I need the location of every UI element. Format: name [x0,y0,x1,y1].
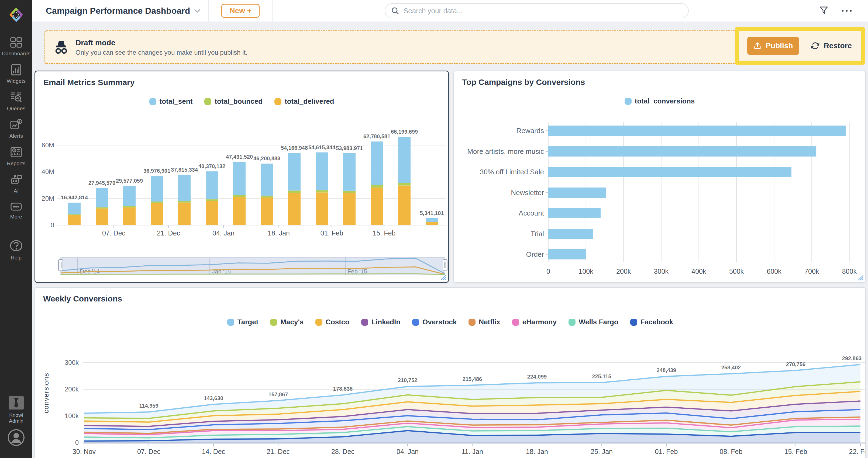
sidebar-item-label: Widgets [7,78,26,84]
email-legend: total_senttotal_bouncedtotal_delivered [35,97,448,106]
sidebar: Dashboards Widgets Queries Alerts [0,0,32,458]
svg-text:54,615,344: 54,615,344 [308,144,336,150]
legend-item-macy-s[interactable]: Macy's [270,318,304,326]
legend-label: Macy's [280,318,304,326]
legend-item-overstock[interactable]: Overstock [412,318,457,326]
weekly-legend: TargetMacy'sCostcoLinkedInOverstockNetfl… [35,318,865,326]
legend-color-chip [412,319,419,326]
sidebar-item-more[interactable]: More [0,201,32,220]
legend-color-chip [315,319,322,326]
filter-icon[interactable] [819,6,829,15]
svg-text:400k: 400k [691,267,706,275]
search-bar [385,3,689,18]
svg-text:46,200,883: 46,200,883 [253,156,280,161]
svg-text:143,630: 143,630 [204,395,223,401]
sidebar-item-widgets[interactable]: Widgets [0,64,32,84]
legend-item-linkedin[interactable]: LinkedIn [361,318,400,326]
svg-text:28. Dec: 28. Dec [331,448,354,455]
resize-handle[interactable] [439,273,446,281]
top-campaigns-chart: 0100k200k300k400k500k600k700k800kRewards… [454,114,865,282]
widget-email-metrics: Email Metrics Summary total_senttotal_bo… [34,71,449,283]
new-button[interactable]: New + [221,4,259,18]
svg-text:11. Jan: 11. Jan [462,448,483,455]
queries-icon [10,91,23,103]
svg-text:15. Feb: 15. Feb [373,229,396,237]
svg-text:60M: 60M [41,141,54,149]
sidebar-account[interactable]: Knowi Admin [5,396,28,424]
svg-text:30% off Limited Sale: 30% off Limited Sale [480,168,544,176]
svg-text:62,780,581: 62,780,581 [363,133,390,139]
legend-item-total-bounced[interactable]: total_bounced [204,97,262,106]
sidebar-item-label: AI [14,188,19,194]
more-options-icon[interactable] [841,9,852,12]
resize-handle[interactable] [857,274,864,281]
avatar[interactable] [7,429,25,447]
search-icon [391,7,399,15]
sidebar-item-dashboards[interactable]: Dashboards [0,37,32,57]
svg-text:20M: 20M [41,195,54,202]
legend-color-chip [274,98,281,105]
legend-item-target[interactable]: Target [227,318,258,326]
navigator-handle[interactable] [59,259,63,271]
sidebar-item-reports[interactable]: Reports [0,146,32,166]
svg-text:15. Feb: 15. Feb [784,448,807,455]
legend-item-costco[interactable]: Costco [315,318,349,326]
legend-item-facebook[interactable]: Facebook [630,318,673,326]
legend-color-chip [512,319,519,326]
sidebar-item-label: Dashboards [2,51,30,57]
svg-text:700k: 700k [804,267,819,275]
incognito-icon [53,39,69,56]
svg-text:0: 0 [75,439,79,446]
knowi-logo[interactable] [0,0,32,30]
navigator-handle[interactable] [443,259,447,271]
sidebar-item-alerts[interactable]: Alerts [0,119,32,139]
svg-text:66,199,699: 66,199,699 [391,129,418,135]
publish-button[interactable]: Publish [747,37,799,55]
legend-item-netflix[interactable]: Netflix [468,318,500,326]
svg-text:04. Jan: 04. Jan [397,448,418,455]
legend-color-chip [468,319,475,326]
ai-icon [10,173,23,186]
sidebar-item-queries[interactable]: Queries [0,91,32,111]
banner-title: Draft mode [75,38,247,47]
sidebar-item-ai[interactable]: AI [0,173,32,194]
weekly-conversions-chart: 0100k200k300k30. Nov07. Dec14. Dec21. De… [35,336,865,458]
divider [208,0,209,22]
svg-text:36,976,901: 36,976,901 [144,168,170,174]
svg-text:21. Dec: 21. Dec [267,448,290,455]
svg-text:300k: 300k [65,359,79,366]
dashboards-icon [10,37,23,48]
legend-item-total-conversions[interactable]: total_conversions [625,97,695,105]
svg-text:210,752: 210,752 [398,377,417,383]
search-input[interactable] [403,6,647,15]
legend-item-total-delivered[interactable]: total_delivered [274,97,334,106]
sidebar-item-help[interactable]: Help [0,239,32,261]
legend-item-wells-fargo[interactable]: Wells Fargo [568,318,618,326]
top-bar: Campaign Performance Dashboard New + [32,0,868,22]
legend-color-chip [227,319,234,326]
legend-item-total-sent[interactable]: total_sent [149,97,193,106]
knowi-logo-icon [5,4,27,26]
legend-item-eharmony[interactable]: eHarmony [512,318,557,326]
svg-text:53,983,971: 53,983,971 [336,145,363,151]
svg-text:200k: 200k [616,267,631,275]
banner-subtitle: Only you can see the changes you make un… [75,49,247,56]
svg-text:Newsletter: Newsletter [511,189,544,197]
svg-text:07. Dec: 07. Dec [137,448,160,455]
svg-text:16,942,814: 16,942,814 [61,195,88,200]
svg-text:21. Dec: 21. Dec [157,229,180,237]
svg-text:Order: Order [526,250,544,258]
legend-label: total_sent [160,97,193,106]
svg-text:47,431,520: 47,431,520 [226,154,253,160]
svg-text:Trial: Trial [530,230,544,238]
legend-label: total_conversions [635,97,695,105]
svg-text:292,863: 292,863 [842,355,862,361]
legend-color-chip [204,98,211,105]
legend-color-chip [630,319,637,326]
widget-title: Top Campaigns by Conversions [462,77,585,87]
svg-text:22. Feb: 22. Feb [849,448,865,455]
svg-text:248,439: 248,439 [657,367,676,373]
svg-text:200k: 200k [65,386,79,393]
dashboard-title-dropdown[interactable]: Campaign Performance Dashboard [46,6,201,16]
restore-button[interactable]: Restore [805,37,857,55]
